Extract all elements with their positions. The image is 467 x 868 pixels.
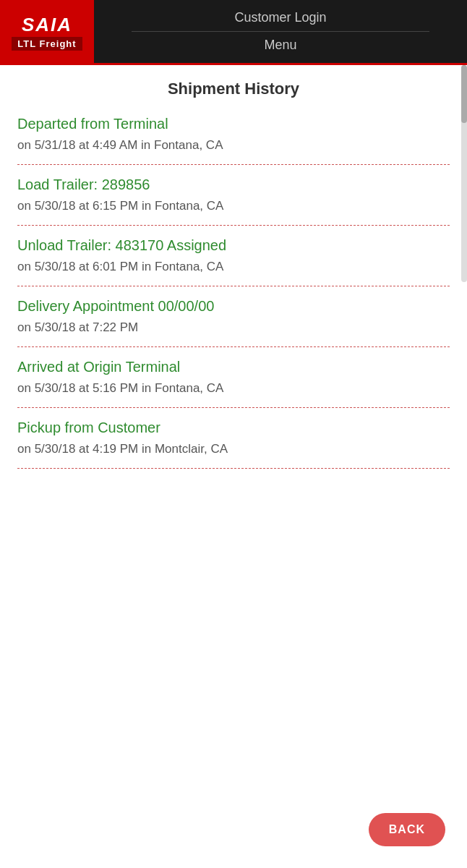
event-title[interactable]: Load Trailer: 289856 (17, 176, 450, 193)
scrollbar[interactable] (461, 65, 467, 282)
event-title[interactable]: Delivery Appointment 00/00/00 (17, 298, 450, 315)
event-item: Load Trailer: 289856on 5/30/18 at 6:15 P… (17, 176, 450, 213)
event-divider (17, 164, 450, 165)
logo-saia: SAIA (22, 15, 72, 34)
page-title: Shipment History (17, 80, 450, 98)
event-item: Delivery Appointment 00/00/00on 5/30/18 … (17, 298, 450, 335)
logo-container: SAIA LTL Freight (0, 0, 94, 65)
nav-divider (132, 31, 430, 32)
event-detail: on 5/30/18 at 4:19 PM in Montclair, CA (17, 442, 450, 456)
event-item: Departed from Terminalon 5/31/18 at 4:49… (17, 116, 450, 153)
event-detail: on 5/31/18 at 4:49 AM in Fontana, CA (17, 138, 450, 153)
event-item: Unload Trailer: 483170 Assignedon 5/30/1… (17, 237, 450, 274)
event-detail: on 5/30/18 at 5:16 PM in Fontana, CA (17, 381, 450, 396)
logo-ltl: LTL Freight (12, 37, 82, 51)
event-detail: on 5/30/18 at 7:22 PM (17, 320, 450, 335)
event-divider (17, 346, 450, 347)
scrollbar-thumb[interactable] (461, 65, 467, 123)
events-list: Departed from Terminalon 5/31/18 at 4:49… (17, 116, 450, 469)
event-divider (17, 468, 450, 469)
app-header: SAIA LTL Freight Customer Login Menu (0, 0, 467, 65)
event-divider (17, 286, 450, 286)
menu-link[interactable]: Menu (264, 38, 296, 53)
customer-login-link[interactable]: Customer Login (234, 10, 326, 25)
event-title[interactable]: Unload Trailer: 483170 Assigned (17, 237, 450, 254)
header-nav: Customer Login Menu (94, 0, 467, 63)
event-title[interactable]: Departed from Terminal (17, 116, 450, 132)
event-detail: on 5/30/18 at 6:01 PM in Fontana, CA (17, 260, 450, 274)
event-item: Pickup from Customeron 5/30/18 at 4:19 P… (17, 420, 450, 456)
event-title[interactable]: Arrived at Origin Terminal (17, 359, 450, 375)
event-title[interactable]: Pickup from Customer (17, 420, 450, 436)
event-divider (17, 225, 450, 226)
event-divider (17, 407, 450, 408)
event-item: Arrived at Origin Terminalon 5/30/18 at … (17, 359, 450, 396)
main-content: Shipment History Departed from Terminalo… (0, 65, 467, 495)
back-button[interactable]: BACK (369, 813, 445, 846)
event-detail: on 5/30/18 at 6:15 PM in Fontana, CA (17, 199, 450, 213)
